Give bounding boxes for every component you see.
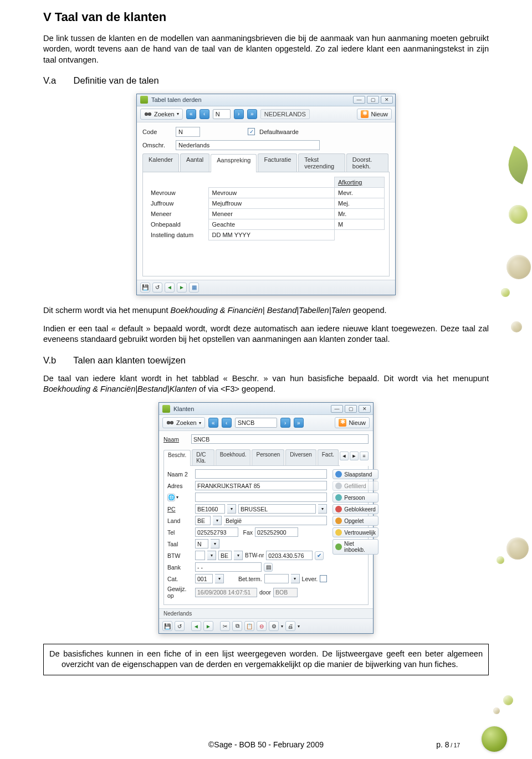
cat-input[interactable]: 001 <box>195 574 213 583</box>
pc-input[interactable]: BE1060 <box>195 504 225 514</box>
fax-input[interactable]: 025252900 <box>255 527 298 537</box>
vat-check-icon[interactable]: ✔ <box>315 551 324 560</box>
close-button[interactable]: ✕ <box>381 96 393 104</box>
niet-inboekb-button[interactable]: Niet inboekb. <box>332 539 378 555</box>
delete-icon[interactable]: ⊖ <box>257 621 267 631</box>
taal-dropdown[interactable]: ▾ <box>211 539 219 548</box>
close-button[interactable]: ✕ <box>359 405 371 413</box>
cell-input[interactable]: Meneer <box>208 208 335 219</box>
city-input[interactable]: BRUSSEL <box>238 504 316 514</box>
new-button[interactable]: Nieuw <box>357 109 392 120</box>
land-dropdown[interactable]: ▾ <box>213 516 222 525</box>
btw-country-dropdown[interactable]: ▾ <box>234 551 243 560</box>
cell-input[interactable]: M <box>335 219 385 229</box>
cat-dropdown[interactable]: ▾ <box>215 574 224 583</box>
nav-last-button[interactable]: » <box>294 418 304 428</box>
naam-input[interactable]: SNCB <box>191 434 369 444</box>
new-button[interactable]: Nieuw <box>335 417 370 428</box>
adres-input[interactable]: FRANKRIJKSTRAAT 85 <box>195 481 327 490</box>
bank-input[interactable]: - - <box>195 562 262 572</box>
betterm-input[interactable] <box>264 574 289 583</box>
btw-type-input[interactable] <box>195 551 205 560</box>
cell-input[interactable]: Mevrouw <box>208 187 335 198</box>
tab-doorst-boekh[interactable]: Doorst. boekh. <box>346 153 388 172</box>
city-dropdown[interactable]: ▾ <box>318 504 327 514</box>
arrow-prev-icon[interactable]: ◄ <box>165 283 175 293</box>
paste-icon[interactable]: 📋 <box>244 621 254 631</box>
tel-input[interactable]: 025252793 <box>195 527 238 537</box>
slaapstand-button[interactable]: Slaapstand <box>332 469 378 479</box>
talen-titlebar[interactable]: Tabel talen derden — ▢ ✕ <box>137 94 395 106</box>
tab-scroll-left-button[interactable]: ◄ <box>340 452 349 460</box>
tab-facturatie[interactable]: Facturatie <box>258 153 297 172</box>
arrow-prev-icon[interactable]: ◄ <box>191 621 201 631</box>
undo-icon[interactable]: ↺ <box>175 621 185 631</box>
cell-input[interactable]: Mejuffrouw <box>208 198 335 208</box>
minimize-button[interactable]: — <box>331 405 343 413</box>
adres-line2-input[interactable] <box>195 493 327 502</box>
maximize-button[interactable]: ▢ <box>367 96 379 104</box>
arrow-next-icon[interactable]: ► <box>203 621 213 631</box>
tab-aantal[interactable]: Aantal <box>180 153 209 172</box>
lever-checkbox[interactable] <box>320 575 327 582</box>
nav-next-button[interactable]: › <box>234 109 244 119</box>
nav-next-button[interactable]: › <box>280 418 290 428</box>
code-input[interactable]: N <box>176 127 200 137</box>
copy-icon[interactable]: ⧉ <box>232 621 242 631</box>
globe-icon[interactable]: 🌐 <box>167 494 175 501</box>
nav-prev-button[interactable]: ‹ <box>200 109 209 119</box>
save-icon[interactable]: 💾 <box>140 283 150 293</box>
arrow-next-icon[interactable]: ► <box>177 283 187 293</box>
klanten-titlebar[interactable]: Klanten — ▢ ✕ <box>159 403 373 415</box>
vertrouwelijk-button[interactable]: Vertrouwelijk <box>332 527 378 537</box>
tab-boekhoud[interactable]: Boekhoud. <box>216 449 251 465</box>
tab-kalender[interactable]: Kalender <box>142 153 179 172</box>
default-checkbox[interactable]: ✓ <box>248 128 255 135</box>
nav-last-button[interactable]: » <box>247 109 257 119</box>
tab-scroll-right-button[interactable]: ► <box>350 452 359 460</box>
tab-beschr[interactable]: Beschr. <box>163 450 191 466</box>
undo-icon[interactable]: ↺ <box>152 283 162 293</box>
cut-icon[interactable]: ✂ <box>220 621 230 631</box>
new-row-icon[interactable]: ▦ <box>189 283 199 293</box>
save-icon[interactable]: 💾 <box>162 621 172 631</box>
pc-dropdown[interactable]: ▾ <box>227 504 236 514</box>
search-button[interactable]: Zoeken ▾ <box>162 417 205 428</box>
btw-type-dropdown[interactable]: ▾ <box>207 551 216 560</box>
tab-aanspreking[interactable]: Aanspreking <box>211 154 257 172</box>
taal-input[interactable]: N <box>195 539 208 548</box>
tab-diversen[interactable]: Diversen <box>285 449 316 465</box>
maximize-button[interactable]: ▢ <box>345 405 357 413</box>
cell-input[interactable]: Mevr. <box>335 187 385 198</box>
cell-input[interactable]: Geachte <box>208 219 335 229</box>
geblokkeerd-button[interactable]: Geblokkeerd <box>332 504 378 514</box>
tab-personen[interactable]: Personen <box>252 449 284 465</box>
bank-lookup-icon[interactable]: ▤ <box>264 563 273 572</box>
print-icon[interactable]: 🖨 <box>285 621 295 631</box>
nav-first-button[interactable]: « <box>208 418 218 428</box>
binoculars-icon <box>166 419 174 427</box>
land-code-input[interactable]: BE <box>195 516 211 525</box>
cell-input[interactable]: Mej. <box>335 198 385 208</box>
minimize-button[interactable]: — <box>353 96 365 104</box>
tab-fact[interactable]: Fact. <box>318 449 339 465</box>
nav-prev-button[interactable]: ‹ <box>222 418 232 428</box>
cell-input[interactable]: DD MM YYYY <box>208 229 335 240</box>
btw-nr-input[interactable]: 0203.430.576 <box>266 551 313 560</box>
nav-first-button[interactable]: « <box>186 109 196 119</box>
persoon-button[interactable]: Persoon <box>332 493 378 502</box>
code-search-input[interactable]: N <box>213 109 231 119</box>
settings-icon[interactable]: ⚙ <box>269 621 279 631</box>
betterm-dropdown[interactable]: ▾ <box>291 574 300 583</box>
tab-tekst-verzending[interactable]: Tekst verzending <box>298 153 345 172</box>
search-button[interactable]: Zoeken ▾ <box>140 109 183 120</box>
opgelet-button[interactable]: Opgelet <box>332 516 378 526</box>
tab-dc-kla[interactable]: D/C Kla. <box>192 449 214 465</box>
gefillierd-button[interactable]: Gefillierd <box>332 481 378 491</box>
name-search-input[interactable]: SNCB <box>235 418 277 428</box>
tab-list-button[interactable]: ≡ <box>360 452 369 460</box>
omschr-input[interactable]: Nederlands <box>176 140 320 150</box>
cell-input[interactable]: Mr. <box>335 208 385 219</box>
naam2-input[interactable] <box>195 469 327 479</box>
btw-country-input[interactable]: BE <box>218 551 232 560</box>
